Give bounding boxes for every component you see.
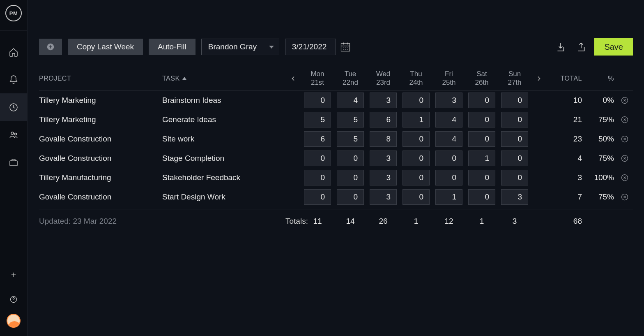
hours-input[interactable]: 4 — [435, 131, 462, 147]
delete-row-button[interactable] — [616, 135, 633, 143]
col-project[interactable]: PROJECT — [39, 75, 162, 82]
cell-project: Tillery Marketing — [39, 115, 162, 124]
sidebar: PM — [0, 0, 28, 336]
avatar[interactable] — [7, 314, 21, 328]
prev-week-button[interactable] — [285, 67, 301, 90]
cell-task: Start Design Work — [162, 192, 285, 202]
import-button[interactable] — [553, 39, 568, 54]
save-button[interactable]: Save — [594, 38, 633, 56]
row-total: 23 — [547, 134, 584, 144]
total-day-3: 1 — [400, 217, 432, 226]
hours-input[interactable]: 6 — [370, 112, 397, 127]
hours-input[interactable]: 5 — [337, 112, 364, 127]
svg-rect-3 — [10, 161, 17, 166]
hours-input[interactable]: 0 — [468, 131, 495, 147]
sidebar-item-add[interactable] — [0, 264, 28, 285]
col-day-6: Sun27th — [498, 70, 531, 87]
delete-row-button[interactable] — [616, 96, 633, 104]
calendar-button[interactable] — [338, 39, 352, 55]
sidebar-item-team[interactable] — [0, 121, 28, 148]
hours-input[interactable]: 1 — [468, 151, 495, 166]
hours-input[interactable]: 0 — [304, 151, 331, 166]
clock-icon — [9, 102, 18, 112]
hours-input[interactable]: 0 — [337, 151, 364, 166]
col-day-4: Fri25th — [432, 70, 465, 87]
upload-icon — [576, 42, 586, 52]
table-row: Govalle ConstructionStart Design Work003… — [39, 187, 633, 206]
hours-input[interactable]: 0 — [402, 93, 430, 108]
main: Copy Last Week Auto-Fill Brandon Gray 3/… — [28, 0, 644, 336]
delete-row-button[interactable] — [616, 193, 633, 201]
close-circle-icon — [621, 96, 629, 104]
hours-input[interactable]: 1 — [435, 189, 462, 205]
hours-input[interactable]: 0 — [337, 189, 364, 205]
date-field[interactable]: 3/21/2022 — [285, 39, 336, 55]
hours-input[interactable]: 3 — [370, 93, 397, 108]
hours-input[interactable]: 0 — [435, 151, 462, 166]
hours-input[interactable]: 3 — [501, 189, 528, 205]
col-task[interactable]: TASK — [162, 75, 285, 82]
hours-input[interactable]: 3 — [370, 170, 397, 185]
hours-input[interactable]: 0 — [402, 170, 430, 185]
sidebar-item-home[interactable] — [0, 38, 28, 66]
col-day-5: Sat26th — [465, 70, 498, 87]
sidebar-item-time[interactable] — [0, 93, 28, 121]
hours-input[interactable]: 4 — [435, 112, 462, 127]
hours-input[interactable]: 5 — [337, 131, 364, 147]
hours-input[interactable]: 8 — [370, 131, 397, 147]
total-day-4: 12 — [432, 217, 465, 226]
hours-input[interactable]: 0 — [468, 93, 495, 108]
user-select[interactable]: Brandon Gray — [201, 39, 279, 55]
hours-input[interactable]: 0 — [468, 112, 495, 127]
delete-row-button[interactable] — [616, 116, 633, 124]
hours-input[interactable]: 5 — [304, 112, 331, 127]
svg-rect-6 — [341, 44, 350, 51]
close-circle-icon — [621, 135, 629, 143]
autofill-button[interactable]: Auto-Fill — [149, 39, 196, 55]
hours-input[interactable]: 0 — [501, 170, 528, 185]
hours-input[interactable]: 0 — [468, 189, 495, 205]
chevron-left-icon — [290, 75, 297, 82]
nav-bottom — [0, 264, 27, 336]
row-percent: 75% — [584, 115, 616, 124]
hours-input[interactable]: 0 — [304, 93, 331, 108]
toolbar: Copy Last Week Auto-Fill Brandon Gray 3/… — [28, 27, 644, 67]
hours-input[interactable]: 0 — [501, 131, 528, 147]
col-day-0: Mon21st — [301, 70, 334, 87]
delete-row-button[interactable] — [616, 174, 633, 182]
table-row: Govalle ConstructionStage Completion0030… — [39, 148, 633, 168]
add-row-button[interactable] — [39, 39, 62, 55]
hours-input[interactable]: 0 — [435, 170, 462, 185]
hours-input[interactable]: 0 — [402, 131, 430, 147]
delete-row-button[interactable] — [616, 154, 633, 162]
total-day-6: 3 — [498, 217, 531, 226]
total-day-2: 26 — [367, 217, 400, 226]
home-icon — [9, 47, 18, 57]
row-total: 3 — [547, 173, 584, 182]
col-percent: % — [584, 75, 616, 82]
timesheet-table: PROJECT TASK Mon21st Tue22nd Wed23rd Thu… — [28, 67, 644, 233]
hours-input[interactable]: 3 — [370, 189, 397, 205]
hours-input[interactable]: 0 — [468, 170, 495, 185]
hours-input[interactable]: 0 — [501, 93, 528, 108]
hours-input[interactable]: 3 — [370, 151, 397, 166]
next-week-button[interactable] — [531, 67, 547, 90]
hours-input[interactable]: 0 — [304, 170, 331, 185]
export-button[interactable] — [574, 39, 589, 54]
hours-input[interactable]: 4 — [337, 93, 364, 108]
hours-input[interactable]: 0 — [501, 151, 528, 166]
grand-total: 68 — [547, 217, 584, 226]
hours-input[interactable]: 0 — [402, 151, 430, 166]
hours-input[interactable]: 3 — [435, 93, 462, 108]
hours-input[interactable]: 6 — [304, 131, 331, 147]
copy-last-week-button[interactable]: Copy Last Week — [68, 39, 143, 55]
hours-input[interactable]: 0 — [304, 189, 331, 205]
hours-input[interactable]: 1 — [402, 112, 430, 127]
sidebar-item-notifications[interactable] — [0, 66, 28, 93]
hours-input[interactable]: 0 — [337, 170, 364, 185]
sidebar-item-briefcase[interactable] — [0, 148, 28, 176]
hours-input[interactable]: 0 — [402, 189, 430, 205]
sidebar-item-help[interactable] — [0, 289, 28, 310]
close-circle-icon — [621, 116, 629, 124]
hours-input[interactable]: 0 — [501, 112, 528, 127]
